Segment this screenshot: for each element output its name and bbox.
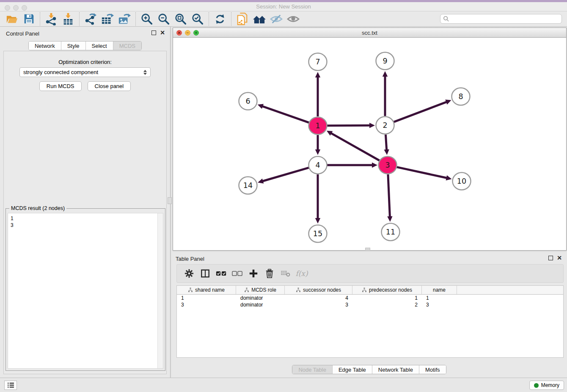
titlebar[interactable]: Session: New Session (0, 2, 567, 11)
result-line: 3 (11, 222, 160, 229)
import-table-button[interactable] (60, 12, 77, 26)
graph-edge-arrowhead (384, 149, 389, 155)
graph-edge-3-1[interactable] (330, 133, 380, 161)
delete-table-button[interactable] (278, 266, 294, 281)
table-cell[interactable]: 1 (422, 295, 457, 301)
table-cell[interactable]: 1 (352, 295, 422, 301)
stepper-icon (143, 70, 147, 75)
table-cell[interactable]: 3 (285, 302, 352, 308)
graph-edge-2-8[interactable] (394, 102, 448, 122)
graph-edge-1-2[interactable] (327, 125, 371, 126)
export-table-button[interactable] (99, 12, 116, 26)
save-icon (23, 13, 35, 25)
memory-button[interactable]: Memory (529, 381, 564, 390)
select-all-button[interactable] (213, 266, 229, 281)
table-row[interactable]: 3dominator323 (177, 301, 563, 308)
export-network-button[interactable] (82, 12, 99, 26)
tab-edge-table[interactable]: Edge Table (332, 365, 372, 374)
import-network-button[interactable] (43, 12, 60, 26)
refresh-button[interactable] (212, 12, 228, 26)
tab-motifs[interactable]: Motifs (419, 365, 446, 374)
float-table-panel-icon[interactable] (548, 256, 553, 260)
zoom-in-button[interactable] (138, 12, 155, 26)
graph-edge-3-10[interactable] (396, 167, 447, 178)
toolbar-separator (40, 12, 40, 26)
app-window: Session: New Session (0, 0, 567, 392)
clone-network-button[interactable] (234, 12, 251, 26)
graph-edge-2-3[interactable] (385, 135, 386, 151)
divider-grip[interactable] (168, 197, 172, 204)
list-icon (7, 382, 14, 388)
control-panel: Control Panel ✕ NetworkStyleSelectMCDS O… (0, 27, 170, 378)
table-panel-title: Table Panel (176, 256, 204, 262)
add-row-button[interactable] (245, 266, 261, 281)
task-history-button[interactable] (4, 381, 17, 390)
column-header-name[interactable]: name (422, 286, 457, 294)
horizontal-divider-grip[interactable] (365, 248, 370, 251)
tab-select[interactable]: Select (85, 41, 113, 50)
table-cell[interactable]: 3 (422, 302, 457, 308)
graph-edge-4-14[interactable] (262, 168, 309, 181)
graph-edge-3-11[interactable] (388, 174, 390, 218)
criterion-dropdown[interactable]: strongly connected component (19, 67, 151, 77)
show-graphics-button[interactable] (285, 12, 302, 26)
table-cell[interactable]: dominator (236, 302, 285, 308)
table-row[interactable]: 1dominator411 (177, 295, 563, 301)
table-cell[interactable]: 1 (177, 295, 236, 301)
zoom-fit-button[interactable] (172, 12, 189, 26)
close-panel-button[interactable]: Close panel (88, 81, 131, 91)
hide-graphics-button[interactable] (268, 12, 285, 26)
toolbar-separator (209, 12, 209, 26)
control-panel-tabs: NetworkStyleSelectMCDS (28, 41, 142, 50)
graph-node-label: 2 (383, 121, 387, 130)
table-cell[interactable]: 3 (177, 302, 236, 308)
zoom-selected-icon (191, 13, 204, 25)
close-panel-icon[interactable]: ✕ (160, 30, 165, 35)
export-network-icon (84, 13, 97, 25)
table-cell[interactable]: dominator (236, 295, 285, 301)
memory-label: Memory (541, 382, 559, 388)
graph-edge-arrowhead (315, 72, 320, 77)
table-settings-button[interactable] (181, 266, 197, 281)
tab-network-table[interactable]: Network Table (372, 365, 419, 374)
mcds-result-lines: 13 (8, 213, 163, 230)
export-image-button[interactable] (116, 12, 133, 26)
node-table[interactable]: shared nameMCDS rolesuccessor nodesprede… (176, 285, 564, 358)
mcds-result-area[interactable]: 13 (8, 213, 163, 369)
import-table-icon (62, 13, 74, 25)
network-window-titlebar[interactable]: ✕ − + scc.txt (173, 28, 566, 38)
network-canvas[interactable]: 7968124314101511 (173, 38, 566, 250)
column-header-predecessor-nodes[interactable]: predecessor nodes (352, 286, 422, 294)
tab-node-table[interactable]: Node Table (292, 365, 332, 374)
result-scrollbar[interactable] (157, 213, 163, 368)
table-panel: Table Panel ✕ (171, 252, 567, 377)
graph-node-label: 9 (383, 57, 387, 65)
tab-network[interactable]: Network (29, 41, 61, 50)
open-session-button[interactable] (3, 12, 20, 26)
home-button[interactable] (251, 12, 268, 26)
column-header-shared-name[interactable]: shared name (177, 286, 236, 294)
delete-row-button[interactable] (261, 266, 278, 281)
column-header-successor-nodes[interactable]: successor nodes (285, 286, 352, 294)
search-input[interactable] (449, 15, 561, 23)
column-header-MCDS-role[interactable]: MCDS role (236, 286, 285, 294)
tree-icon (244, 287, 249, 293)
table-cell[interactable]: 4 (285, 295, 352, 301)
show-columns-button[interactable] (197, 266, 213, 281)
table-cell[interactable]: 2 (352, 302, 422, 308)
close-table-panel-icon[interactable]: ✕ (557, 256, 562, 260)
export-image-icon (118, 13, 131, 25)
save-session-button[interactable] (20, 12, 37, 26)
apply-function-button[interactable]: f(x) (294, 266, 310, 281)
tab-style[interactable]: Style (61, 41, 85, 50)
delete-table-icon (281, 270, 291, 277)
search-box[interactable] (440, 14, 562, 24)
zoom-out-button[interactable] (155, 12, 172, 26)
deselect-all-button[interactable] (229, 266, 245, 281)
columns-icon (201, 269, 210, 278)
tab-mcds[interactable]: MCDS (113, 41, 141, 50)
run-mcds-button[interactable]: Run MCDS (39, 81, 82, 91)
float-panel-icon[interactable] (151, 30, 156, 35)
graph-edge-1-6[interactable] (261, 106, 309, 122)
zoom-selected-button[interactable] (189, 12, 206, 26)
